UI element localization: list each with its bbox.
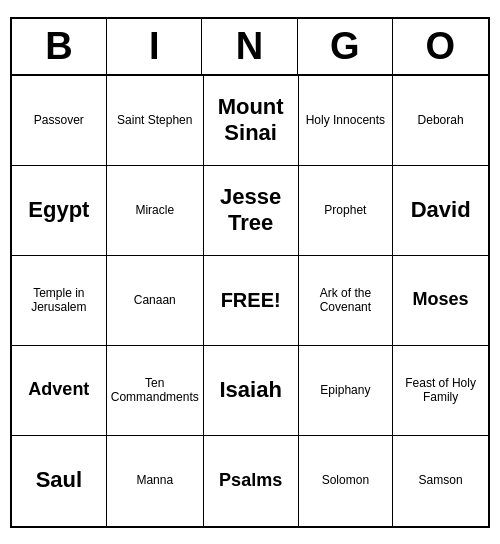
- cell-text-9: David: [411, 197, 471, 223]
- cell-text-19: Feast of Holy Family: [397, 376, 484, 405]
- bingo-cell-8: Prophet: [299, 166, 394, 256]
- bingo-cell-11: Canaan: [107, 256, 204, 346]
- cell-text-7: Jesse Tree: [208, 184, 294, 237]
- bingo-cell-17: Isaiah: [204, 346, 299, 436]
- bingo-cell-13: Ark of the Covenant: [299, 256, 394, 346]
- cell-text-8: Prophet: [324, 203, 366, 217]
- cell-text-16: Ten Commandments: [111, 376, 199, 405]
- bingo-cell-5: Egypt: [12, 166, 107, 256]
- cell-text-0: Passover: [34, 113, 84, 127]
- bingo-cell-2: Mount Sinai: [204, 76, 299, 166]
- cell-text-23: Solomon: [322, 473, 369, 487]
- cell-text-20: Saul: [36, 467, 82, 493]
- bingo-cell-23: Solomon: [299, 436, 394, 526]
- bingo-cell-16: Ten Commandments: [107, 346, 204, 436]
- cell-text-22: Psalms: [219, 470, 282, 492]
- bingo-cell-15: Advent: [12, 346, 107, 436]
- cell-text-5: Egypt: [28, 197, 89, 223]
- cell-text-1: Saint Stephen: [117, 113, 192, 127]
- cell-text-3: Holy Innocents: [306, 113, 385, 127]
- cell-text-6: Miracle: [135, 203, 174, 217]
- bingo-cell-12: FREE!: [204, 256, 299, 346]
- bingo-letter-g: G: [298, 19, 393, 74]
- cell-text-24: Samson: [419, 473, 463, 487]
- bingo-cell-9: David: [393, 166, 488, 256]
- cell-text-14: Moses: [413, 289, 469, 311]
- bingo-cell-21: Manna: [107, 436, 204, 526]
- bingo-cell-24: Samson: [393, 436, 488, 526]
- bingo-cell-1: Saint Stephen: [107, 76, 204, 166]
- bingo-cell-6: Miracle: [107, 166, 204, 256]
- bingo-cell-10: Temple in Jerusalem: [12, 256, 107, 346]
- bingo-header: BINGO: [12, 19, 488, 76]
- bingo-cell-20: Saul: [12, 436, 107, 526]
- bingo-grid: PassoverSaint StephenMount SinaiHoly Inn…: [12, 76, 488, 526]
- cell-text-12: FREE!: [221, 288, 281, 312]
- cell-text-4: Deborah: [418, 113, 464, 127]
- bingo-cell-0: Passover: [12, 76, 107, 166]
- bingo-cell-22: Psalms: [204, 436, 299, 526]
- bingo-cell-18: Epiphany: [299, 346, 394, 436]
- cell-text-13: Ark of the Covenant: [303, 286, 389, 315]
- cell-text-2: Mount Sinai: [208, 94, 294, 147]
- cell-text-10: Temple in Jerusalem: [16, 286, 102, 315]
- cell-text-15: Advent: [28, 379, 89, 401]
- bingo-cell-4: Deborah: [393, 76, 488, 166]
- bingo-letter-i: I: [107, 19, 202, 74]
- bingo-cell-7: Jesse Tree: [204, 166, 299, 256]
- bingo-cell-14: Moses: [393, 256, 488, 346]
- cell-text-17: Isaiah: [219, 377, 281, 403]
- cell-text-18: Epiphany: [320, 383, 370, 397]
- bingo-cell-3: Holy Innocents: [299, 76, 394, 166]
- bingo-letter-o: O: [393, 19, 488, 74]
- bingo-letter-b: B: [12, 19, 107, 74]
- cell-text-21: Manna: [136, 473, 173, 487]
- bingo-letter-n: N: [202, 19, 297, 74]
- cell-text-11: Canaan: [134, 293, 176, 307]
- bingo-cell-19: Feast of Holy Family: [393, 346, 488, 436]
- bingo-card: BINGO PassoverSaint StephenMount SinaiHo…: [10, 17, 490, 528]
